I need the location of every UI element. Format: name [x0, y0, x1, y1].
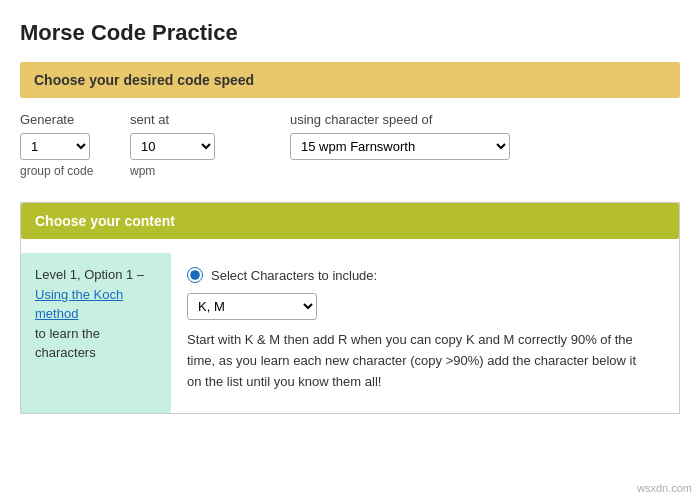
characters-select[interactable]: K, M K, M, R K, M, R, S K, M, R, S, U — [187, 293, 317, 320]
char-speed-select[interactable]: 15 wpm Farnsworth 20 wpm Farnsworth 25 w… — [290, 133, 510, 160]
speed-section: Choose your desired code speed Generate … — [20, 62, 680, 178]
content-body: Level 1, Option 1 – Using the Koch metho… — [21, 253, 679, 413]
watermark: wsxdn.com — [637, 482, 692, 494]
content-right-panel: Select Characters to include: K, M K, M,… — [171, 253, 679, 413]
level-text-2: to learn the characters — [35, 326, 100, 361]
generate-label: Generate — [20, 112, 130, 127]
description-text: Start with K & M then add R when you can… — [187, 330, 647, 392]
content-section-header: Choose your content — [21, 203, 679, 239]
radio-row: Select Characters to include: — [187, 267, 663, 283]
radio-label: Select Characters to include: — [211, 268, 377, 283]
level-text-1: Level 1, Option 1 – — [35, 267, 144, 282]
characters-select-wrapper: K, M K, M, R K, M, R, S K, M, R, S, U — [187, 293, 663, 320]
sent-at-label: sent at — [130, 112, 290, 127]
speed-section-header: Choose your desired code speed — [20, 62, 680, 98]
sent-at-col: sent at 5 8 10 12 15 20 25 wpm — [130, 112, 290, 178]
content-left-panel: Level 1, Option 1 – Using the Koch metho… — [21, 253, 171, 413]
content-section: Choose your content Level 1, Option 1 – … — [20, 202, 680, 414]
speed-select[interactable]: 5 8 10 12 15 20 25 — [130, 133, 215, 160]
speed-controls: Generate 1 2 3 4 5 group of code sent at… — [20, 112, 680, 178]
using-label: using character speed of — [290, 112, 680, 127]
char-speed-col: using character speed of 15 wpm Farnswor… — [290, 112, 680, 178]
page-title: Morse Code Practice — [20, 20, 680, 46]
group-label: group of code — [20, 164, 130, 178]
char-select-radio[interactable] — [187, 267, 203, 283]
generate-col: Generate 1 2 3 4 5 group of code — [20, 112, 130, 178]
generate-select[interactable]: 1 2 3 4 5 — [20, 133, 90, 160]
koch-method-link[interactable]: Using the Koch method — [35, 287, 123, 322]
wpm-label: wpm — [130, 164, 290, 178]
